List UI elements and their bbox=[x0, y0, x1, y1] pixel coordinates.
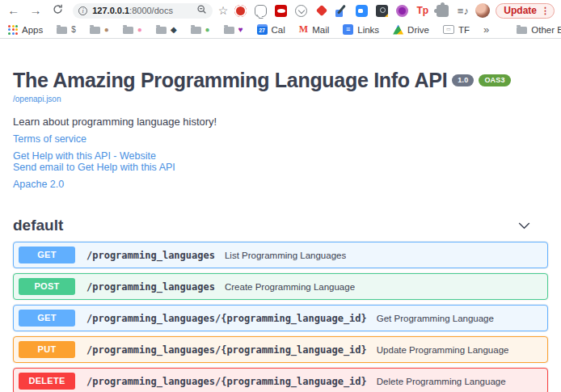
bookmark-emblem: ● bbox=[104, 25, 109, 35]
url-path: :8000/docs bbox=[129, 6, 173, 15]
calendar-icon: 27 bbox=[257, 24, 268, 35]
endpoint-path: /programming_languages/{programming_lang… bbox=[86, 313, 367, 324]
profile-avatar[interactable] bbox=[475, 3, 490, 18]
endpoint-row[interactable]: DELETE /programming_languages/{programmi… bbox=[13, 368, 548, 392]
endpoint-path: /programming_languages/{programming_lang… bbox=[86, 376, 367, 387]
version-badge: 1.0 bbox=[452, 74, 474, 86]
reload-icon[interactable] bbox=[51, 0, 65, 21]
folder-icon bbox=[90, 27, 100, 34]
extension-icons: Tp≡♪ bbox=[234, 5, 469, 17]
onetab-icon[interactable] bbox=[234, 5, 247, 17]
endpoint-row[interactable]: GET /programming_languages/{programming_… bbox=[13, 305, 548, 331]
puzzle-icon[interactable] bbox=[437, 5, 449, 17]
atom-badge-icon[interactable] bbox=[376, 5, 388, 17]
method-badge[interactable]: GET bbox=[19, 247, 75, 263]
folder-icon bbox=[191, 27, 201, 34]
section-default-header[interactable]: default bbox=[13, 217, 548, 234]
bookmark-emblem: ◆ bbox=[171, 25, 177, 35]
bookmark-green-folder[interactable]: ● bbox=[191, 25, 210, 35]
info-link[interactable]: Get Help with this API - Website bbox=[13, 150, 156, 162]
endpoint-path: /programming_languages bbox=[86, 281, 215, 293]
endpoint-row[interactable]: POST /programming_languages Create Progr… bbox=[13, 273, 548, 300]
bookmark-drive[interactable]: Drive bbox=[393, 25, 429, 35]
bookmark-star-icon[interactable]: ☆ bbox=[218, 4, 229, 17]
folder-icon bbox=[156, 27, 167, 34]
endpoint-summary: Create Programming Language bbox=[225, 282, 355, 292]
folder-icon bbox=[57, 27, 67, 34]
info-link[interactable]: Terms of service bbox=[13, 133, 86, 145]
browser-menu-dots-icon[interactable]: ⋮ bbox=[541, 6, 550, 16]
endpoint-summary: Get Programming Language bbox=[377, 314, 494, 323]
gmail-icon: M bbox=[299, 23, 308, 36]
bookmark-grad-cap-folder[interactable]: ◆ bbox=[156, 25, 177, 35]
pocket-icon[interactable] bbox=[295, 5, 307, 17]
endpoint-summary: Delete Programming Language bbox=[377, 377, 506, 386]
endpoint-path: /programming_languages bbox=[86, 250, 215, 261]
bookmark-pink-folder[interactable]: ● bbox=[123, 25, 142, 35]
endpoint-summary: Update Programming Language bbox=[377, 345, 509, 355]
api-title-text: The Amazing Programming Language Info AP… bbox=[13, 69, 447, 91]
bookmarks-overflow-chevron-icon[interactable]: » bbox=[483, 23, 489, 36]
method-badge[interactable]: DELETE bbox=[19, 373, 75, 390]
other-bookmarks[interactable]: Other Bookmarks bbox=[517, 25, 561, 35]
info-link[interactable]: Send email to Get Help with this API bbox=[13, 162, 175, 173]
tampermonkey-icon[interactable]: Tp bbox=[416, 5, 428, 17]
endpoint-list: GET /programming_languages List Programm… bbox=[13, 242, 548, 392]
bookmark-horse-folder[interactable]: ● bbox=[90, 25, 109, 35]
bookmark-emblem: ● bbox=[205, 25, 210, 35]
method-badge[interactable]: POST bbox=[19, 278, 75, 295]
endpoint-summary: List Programming Languages bbox=[225, 251, 346, 260]
bookmark-tf[interactable]: ▭ TF bbox=[443, 25, 470, 35]
info-link[interactable]: Apache 2.0 bbox=[13, 179, 64, 190]
folder-icon bbox=[224, 27, 234, 34]
site-info-icon[interactable]: i bbox=[78, 6, 87, 15]
endpoint-row[interactable]: PUT /programming_languages/{programming_… bbox=[13, 336, 548, 363]
chat-bubble-icon[interactable] bbox=[255, 5, 267, 17]
purple-flower-icon[interactable] bbox=[396, 5, 408, 17]
folder-icon bbox=[517, 27, 527, 34]
page-title: The Amazing Programming Language Info AP… bbox=[13, 69, 548, 92]
method-badge[interactable]: GET bbox=[19, 310, 75, 327]
endpoint-row[interactable]: GET /programming_languages List Programm… bbox=[13, 242, 548, 268]
bookmark-emblem: ● bbox=[137, 25, 142, 35]
method-badge[interactable]: PUT bbox=[19, 341, 75, 358]
zoom-level-icon[interactable] bbox=[196, 3, 207, 18]
tf-icon: ▭ bbox=[443, 25, 454, 34]
url-host: 127.0.0.1 bbox=[92, 6, 129, 15]
back-icon[interactable]: ← bbox=[6, 0, 20, 21]
update-button[interactable]: Update ⋮ bbox=[496, 3, 555, 19]
bookmark-purple-heart-folder[interactable]: ♥ bbox=[224, 25, 243, 35]
swagger-docs-page: The Amazing Programming Language Info AP… bbox=[0, 69, 561, 392]
bookmark-cal[interactable]: 27 Cal bbox=[257, 24, 285, 35]
openapi-json-link[interactable]: /openapi.json bbox=[13, 95, 548, 103]
browser-window: ← → i 127.0.0.1:8000/docs ☆ Tp≡♪ Update … bbox=[0, 0, 561, 392]
bookmark-mail[interactable]: M Mail bbox=[299, 23, 329, 36]
bookmark-links[interactable]: ≡ Links bbox=[343, 24, 379, 35]
api-description: Learn about programming language history… bbox=[13, 116, 548, 128]
apps-grid-icon bbox=[8, 25, 18, 35]
bookmarks-bar: Apps $ ● ● ◆ ● ♥ 27 Cal M Mail ≡ bbox=[0, 21, 561, 39]
drive-icon bbox=[393, 25, 403, 35]
oas3-badge: OAS3 bbox=[479, 74, 510, 86]
bookmark-dollar-folder[interactable]: $ bbox=[57, 25, 76, 35]
forward-icon[interactable]: → bbox=[28, 0, 42, 21]
bookmark-emblem: $ bbox=[71, 25, 76, 35]
browser-toolbar: ← → i 127.0.0.1:8000/docs ☆ Tp≡♪ Update … bbox=[0, 0, 561, 21]
zoom-app-icon[interactable] bbox=[356, 5, 368, 17]
music-queue-icon[interactable]: ≡♪ bbox=[457, 5, 469, 17]
links-icon: ≡ bbox=[343, 24, 353, 35]
section-title: default bbox=[13, 217, 63, 234]
cbs-icon[interactable] bbox=[275, 5, 287, 17]
red-diamond-icon[interactable] bbox=[315, 5, 327, 17]
folder-icon bbox=[123, 27, 133, 34]
address-bar[interactable]: i 127.0.0.1:8000/docs bbox=[73, 3, 213, 19]
bookmark-folders: $ ● ● ◆ ● ♥ bbox=[57, 25, 243, 35]
apps-label: Apps bbox=[22, 25, 43, 35]
bookmark-apps[interactable]: Apps bbox=[8, 25, 43, 35]
annotate-icon[interactable] bbox=[335, 5, 348, 17]
chevron-down-icon[interactable] bbox=[518, 218, 530, 233]
bookmark-emblem: ♥ bbox=[238, 25, 243, 35]
info-links: Terms of serviceGet Help with this API -… bbox=[13, 133, 548, 190]
endpoint-path: /programming_languages/{programming_lang… bbox=[86, 344, 367, 356]
url-text: 127.0.0.1:8000/docs bbox=[92, 6, 196, 15]
